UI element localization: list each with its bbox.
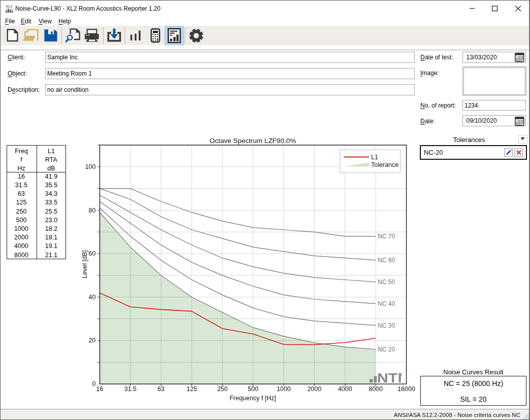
svg-text:31.5: 31.5 [124, 386, 137, 393]
svg-text:60: 60 [89, 250, 96, 257]
svg-text:20: 20 [89, 337, 96, 344]
svg-text:Octave Spectrum LZF90.0%: Octave Spectrum LZF90.0% [210, 137, 296, 145]
svg-text:Tolerance: Tolerance [371, 161, 399, 168]
svg-text:100: 100 [85, 163, 96, 170]
svg-text:1000: 1000 [277, 386, 291, 393]
svg-text:XL2: XL2 [6, 5, 13, 8]
svg-text:Frequency f [Hz]: Frequency f [Hz] [229, 395, 276, 402]
svg-text:NC 40: NC 40 [378, 300, 395, 307]
svg-text:NTı: NTı [377, 370, 402, 385]
svg-text:NC 70: NC 70 [378, 233, 395, 240]
svg-text:80: 80 [89, 207, 96, 214]
svg-text:16: 16 [96, 386, 104, 393]
svg-text:40: 40 [89, 294, 96, 301]
svg-text:L1: L1 [371, 154, 378, 161]
svg-text:63: 63 [157, 386, 164, 393]
svg-text:Level [dB]: Level [dB] [81, 250, 88, 278]
svg-text:NC 30: NC 30 [378, 322, 395, 329]
svg-text:500: 500 [248, 386, 258, 393]
svg-text:8000: 8000 [369, 386, 383, 393]
svg-text:2000: 2000 [307, 386, 321, 393]
svg-text:125: 125 [186, 386, 197, 393]
svg-text:250: 250 [217, 386, 228, 393]
svg-text:16000: 16000 [397, 386, 415, 393]
svg-text:NC 60: NC 60 [378, 257, 395, 264]
svg-text:NC 20: NC 20 [378, 346, 395, 353]
svg-text:0: 0 [92, 380, 96, 388]
svg-text:NC 50: NC 50 [378, 278, 395, 286]
svg-text:4000: 4000 [338, 386, 352, 393]
